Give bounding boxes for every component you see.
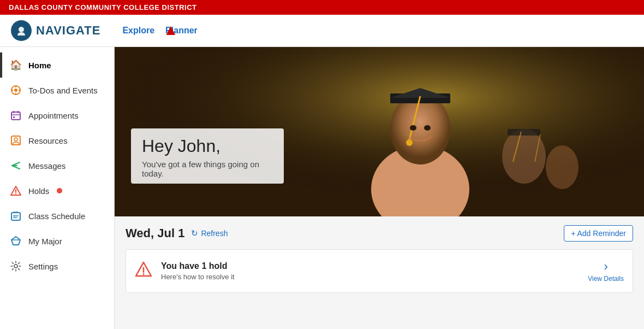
todos-icon bbox=[10, 84, 22, 96]
hold-subtitle: Here's how to resolve it bbox=[161, 273, 579, 281]
sidebar-item-home[interactable]: 🏠 Home bbox=[0, 52, 114, 78]
sidebar-label-holds: Holds bbox=[28, 186, 49, 196]
sidebar-label-todos: To-Dos and Events bbox=[28, 86, 98, 95]
logo-icon bbox=[11, 20, 32, 41]
nav-explore[interactable]: Explore bbox=[122, 26, 154, 36]
view-details-button[interactable]: › View Details bbox=[588, 260, 624, 283]
refresh-label: Refresh bbox=[201, 229, 228, 238]
content-below: Wed, Jul 1 ↻ Refresh + Add Reminder bbox=[115, 216, 644, 302]
sidebar-item-appointments[interactable]: Appointments bbox=[0, 103, 114, 128]
red-arrow-indicator: ▲ bbox=[163, 21, 178, 39]
svg-point-33 bbox=[406, 139, 413, 146]
my-major-icon bbox=[10, 235, 22, 247]
sidebar-label-resources: Resources bbox=[28, 136, 68, 145]
hero-subtext: You've got a few things going on today. bbox=[142, 160, 273, 178]
svg-rect-7 bbox=[11, 112, 20, 120]
date-row: Wed, Jul 1 ↻ Refresh + Add Reminder bbox=[126, 225, 633, 242]
messages-icon bbox=[10, 160, 22, 172]
banner-text: DALLAS COUNTY COMMUNITY COLLEGE DISTRICT bbox=[9, 3, 197, 11]
svg-point-13 bbox=[14, 138, 17, 141]
refresh-icon: ↻ bbox=[191, 228, 198, 238]
settings-icon bbox=[10, 260, 22, 272]
hero-text-box: Hey John, You've got a few things going … bbox=[131, 128, 284, 184]
sidebar: 🏠 Home To-Dos and Events bbox=[0, 47, 115, 329]
sidebar-label-home: Home bbox=[28, 61, 51, 70]
svg-point-25 bbox=[14, 265, 17, 268]
hold-text: You have 1 hold Here's how to resolve it bbox=[161, 261, 579, 281]
view-details-label: View Details bbox=[588, 275, 624, 283]
logo-text: NAVIGATE bbox=[36, 24, 100, 38]
resources-icon bbox=[10, 134, 22, 146]
add-reminder-button[interactable]: + Add Reminder bbox=[564, 225, 633, 242]
svg-marker-23 bbox=[11, 237, 20, 245]
sidebar-item-settings[interactable]: Settings bbox=[0, 254, 114, 279]
sidebar-item-holds[interactable]: Holds bbox=[0, 178, 114, 203]
class-schedule-icon bbox=[10, 210, 22, 222]
holds-icon bbox=[10, 185, 22, 197]
nav-links: Explore Planner ▲ bbox=[122, 26, 197, 36]
svg-rect-20 bbox=[11, 213, 20, 220]
hero-greeting: Hey John, bbox=[142, 136, 273, 156]
sidebar-label-appointments: Appointments bbox=[28, 111, 79, 120]
main-layout: 🏠 Home To-Dos and Events bbox=[0, 47, 644, 329]
refresh-button[interactable]: ↻ Refresh bbox=[191, 228, 228, 238]
home-icon: 🏠 bbox=[10, 59, 22, 71]
sidebar-item-class-schedule[interactable]: Class Schedule bbox=[0, 203, 114, 228]
svg-point-34 bbox=[410, 125, 416, 131]
holds-notification-dot bbox=[57, 188, 62, 193]
hero-banner: Hey John, You've got a few things going … bbox=[115, 47, 644, 216]
svg-point-39 bbox=[546, 145, 579, 189]
svg-point-43 bbox=[143, 273, 145, 275]
header: NAVIGATE Explore Planner ▲ bbox=[0, 15, 644, 47]
add-reminder-label: + Add Reminder bbox=[571, 229, 626, 238]
date-left: Wed, Jul 1 ↻ Refresh bbox=[126, 226, 228, 240]
sidebar-label-settings: Settings bbox=[28, 262, 58, 271]
top-banner: DALLAS COUNTY COMMUNITY COLLEGE DISTRICT bbox=[0, 0, 644, 15]
chevron-right-icon: › bbox=[604, 260, 607, 274]
hold-title: You have 1 hold bbox=[161, 261, 579, 271]
svg-point-0 bbox=[19, 27, 24, 32]
planner-nav-area: Planner ▲ bbox=[165, 26, 198, 36]
logo-area: NAVIGATE bbox=[11, 20, 100, 41]
sidebar-label-class-schedule: Class Schedule bbox=[28, 212, 85, 221]
sidebar-label-my-major: My Major bbox=[28, 237, 62, 246]
sidebar-item-my-major[interactable]: My Major bbox=[0, 228, 114, 254]
appointments-icon bbox=[10, 109, 22, 121]
svg-rect-11 bbox=[13, 116, 15, 118]
current-date: Wed, Jul 1 bbox=[126, 226, 184, 240]
svg-point-2 bbox=[14, 89, 17, 92]
sidebar-label-messages: Messages bbox=[28, 161, 65, 171]
svg-point-19 bbox=[15, 193, 16, 195]
sidebar-item-todos[interactable]: To-Dos and Events bbox=[0, 78, 114, 103]
svg-rect-37 bbox=[508, 129, 540, 136]
svg-point-29 bbox=[390, 93, 450, 164]
hold-warning-icon bbox=[135, 261, 152, 282]
content-area: Hey John, You've got a few things going … bbox=[115, 47, 644, 329]
svg-point-35 bbox=[424, 125, 431, 131]
sidebar-item-messages[interactable]: Messages bbox=[0, 153, 114, 178]
sidebar-item-resources[interactable]: Resources bbox=[0, 128, 114, 153]
hold-card: You have 1 hold Here's how to resolve it… bbox=[126, 249, 633, 293]
